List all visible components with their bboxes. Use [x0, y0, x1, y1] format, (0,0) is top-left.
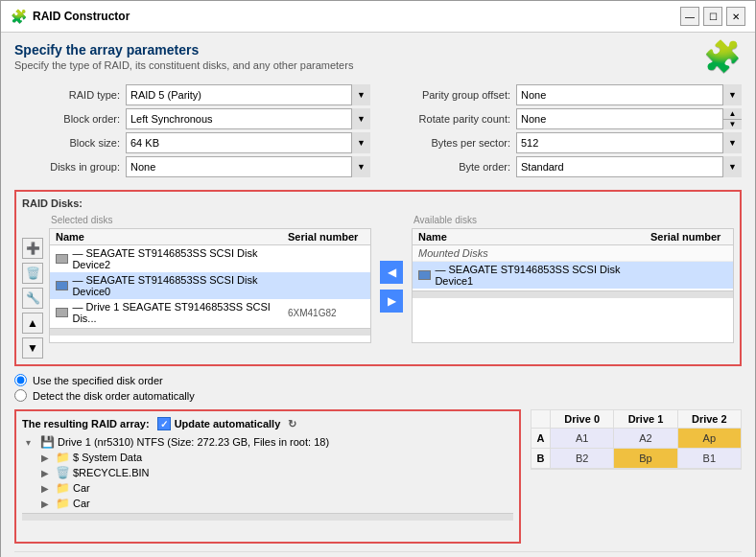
available-disk-name-0: — SEAGATE ST9146853SS SCSI Disk Device1 [418, 264, 650, 287]
tree-expand-car-1[interactable]: ▶ [41, 483, 53, 494]
disk-order-label-2[interactable]: Detect the disk order automatically [33, 390, 195, 402]
selected-col-serial: Serial number [288, 231, 365, 243]
raid-type-label: RAID type: [14, 89, 120, 101]
drive-header-empty [532, 410, 551, 428]
drive-cell-a0[interactable]: A1 [551, 429, 614, 448]
disks-in-group-row: Disks in group: None ▼ [14, 156, 370, 177]
add-disk-button[interactable]: ➕ [22, 238, 43, 259]
byte-order-select[interactable]: Standard [516, 156, 742, 177]
available-disks-header: Name Serial number [413, 229, 733, 245]
close-button[interactable]: ✕ [726, 7, 745, 26]
selected-disk-row-2[interactable]: — Drive 1 SEAGATE ST9146853SS SCSI Dis..… [50, 299, 370, 326]
available-col-serial: Serial number [650, 231, 727, 243]
parity-group-offset-label: Parity group offset: [386, 89, 510, 101]
drive-grid-section: Drive 0 Drive 1 Drive 2 A A1 A2 Ap B B [531, 409, 742, 544]
tree-car-1-text: Car [73, 482, 90, 494]
refresh-icon[interactable]: ↻ [288, 418, 296, 430]
header-section: Specify the array parameters Specify the… [14, 42, 742, 75]
bytes-per-sector-select-wrapper: 512 ▼ [516, 132, 742, 153]
disk-order-radio-input-2[interactable] [14, 389, 27, 402]
parity-group-offset-select-wrapper: None ▼ [516, 84, 742, 105]
disk-order-label-1[interactable]: Use the specified disk order [33, 375, 163, 386]
raid-array-title: The resulting RAID array: ✓ Update autom… [22, 417, 513, 430]
recycle-icon: 🗑️ [56, 466, 70, 479]
params-left: RAID type: RAID 5 (Parity) ▼ Block order… [14, 84, 370, 180]
tree-expand-system-data[interactable]: ▶ [41, 453, 53, 463]
disks-in-group-select[interactable]: None [126, 156, 370, 177]
tree-expand-car-2[interactable]: ▶ [41, 499, 53, 509]
tree-car-2-text: Car [73, 498, 90, 509]
bytes-per-sector-select[interactable]: 512 [516, 132, 742, 153]
disks-in-group-label: Disks in group: [14, 161, 120, 173]
block-size-label: Block size: [14, 137, 120, 149]
tree-view: ▾ 💾 Drive 1 (nr5310) NTFS (Size: 272.23 … [22, 434, 513, 511]
tree-expand-drive[interactable]: ▾ [26, 437, 37, 448]
tree-item-car-1[interactable]: ▶ 📁 Car [41, 480, 513, 496]
move-to-available-button[interactable]: ▶ [380, 290, 403, 313]
disk-icon-1 [56, 281, 68, 290]
rotate-parity-count-spinner: ▲ ▼ [516, 108, 742, 129]
remove-disk-button[interactable]: 🗑️ [22, 263, 43, 284]
update-checkbox-label: Update automatically [175, 418, 281, 429]
rotate-parity-count-down[interactable]: ▼ [723, 120, 742, 130]
raid-type-select[interactable]: RAID 5 (Parity) [126, 84, 370, 105]
selected-disk-row-0[interactable]: — SEAGATE ST9146853SS SCSI Disk Device2 [50, 245, 370, 272]
move-down-button[interactable]: ▼ [22, 337, 43, 359]
byte-order-row: Byte order: Standard ▼ [386, 156, 742, 177]
disk-controls: ➕ 🗑️ 🔧 ▲ ▼ [22, 215, 43, 359]
update-checkbox-icon: ✓ [157, 417, 171, 430]
footer-buttons: Help Back Add Cancel [14, 551, 742, 557]
title-bar: 🧩 RAID Constructor — ☐ ✕ [1, 1, 755, 33]
disks-section-title: RAID Disks: [22, 197, 734, 209]
selected-disks-scrollbar[interactable] [50, 328, 370, 336]
selected-disk-row-1[interactable]: — SEAGATE ST9146853SS SCSI Disk Device0 [50, 272, 370, 299]
block-order-select[interactable]: Left Synchronous [126, 108, 370, 129]
window-title: RAID Constructor [33, 10, 130, 23]
drive-cell-a2[interactable]: Ap [678, 429, 741, 448]
available-disks-scrollbar[interactable] [413, 290, 733, 298]
rotate-parity-count-input[interactable] [516, 108, 742, 129]
arrow-section: ◀ ▶ [377, 215, 406, 359]
tree-item-recycle[interactable]: ▶ 🗑️ $RECYCLE.BIN [41, 465, 513, 480]
tree-expand-recycle[interactable]: ▶ [41, 468, 53, 478]
minimize-button[interactable]: — [680, 7, 699, 26]
tree-scrollbar[interactable] [22, 513, 513, 521]
edit-disk-button[interactable]: 🔧 [22, 288, 43, 309]
header-title: Specify the array parameters [14, 42, 353, 58]
move-up-button[interactable]: ▲ [22, 313, 43, 334]
disk-icon-2 [56, 308, 68, 317]
header-subtitle: Specify the type of RAID, its constituen… [14, 59, 353, 71]
disks-layout: ➕ 🗑️ 🔧 ▲ ▼ Selected disks Name Serial nu… [22, 215, 734, 359]
available-disk-row-0[interactable]: — SEAGATE ST9146853SS SCSI Disk Device1 [413, 262, 733, 289]
selected-disks-panel: Selected disks Name Serial number — SEAG… [49, 215, 371, 359]
selected-disks-subtitle: Selected disks [49, 215, 371, 225]
drive-cell-b2[interactable]: B1 [678, 449, 741, 468]
block-size-select[interactable]: 64 KB [126, 132, 370, 153]
raid-type-row: RAID type: RAID 5 (Parity) ▼ [14, 84, 370, 105]
tree-children: ▶ 📁 $ System Data ▶ 🗑️ $RECYCLE.BIN ▶ 📁 [26, 450, 513, 511]
params-container: RAID type: RAID 5 (Parity) ▼ Block order… [14, 84, 742, 180]
parity-group-offset-select[interactable]: None [516, 84, 742, 105]
tree-drive-text: Drive 1 (nr5310) NTFS (Size: 272.23 GB, … [58, 436, 329, 448]
block-order-row: Block order: Left Synchronous ▼ [14, 108, 370, 129]
tree-item-drive[interactable]: ▾ 💾 Drive 1 (nr5310) NTFS (Size: 272.23 … [26, 434, 513, 450]
drive-col-header-2: Drive 2 [678, 410, 741, 428]
move-to-selected-button[interactable]: ◀ [380, 261, 403, 284]
available-disk-icon-0 [418, 270, 431, 280]
selected-disk-serial-2: 6XM41G82 [288, 308, 365, 318]
disk-order-section: Use the specified disk order Detect the … [14, 374, 742, 402]
drive-grid-header: Drive 0 Drive 1 Drive 2 [532, 410, 741, 429]
drive-cell-a1[interactable]: A2 [614, 429, 677, 448]
raid-array-title-text: The resulting RAID array: [22, 418, 150, 429]
maximize-button[interactable]: ☐ [703, 7, 722, 26]
tree-item-car-2[interactable]: ▶ 📁 Car [41, 496, 513, 511]
disk-order-radio-input-1[interactable] [14, 374, 27, 386]
selected-disk-name-1: — SEAGATE ST9146853SS SCSI Disk Device0 [56, 274, 288, 297]
update-checkbox[interactable]: ✓ Update automatically [157, 417, 281, 430]
selected-disks-table: Name Serial number — SEAGATE ST9146853SS… [49, 228, 371, 343]
drive-cell-b0[interactable]: B2 [551, 449, 614, 468]
drive-row-b: B B2 Bp B1 [532, 449, 741, 469]
rotate-parity-count-up[interactable]: ▲ [723, 108, 742, 120]
drive-cell-b1[interactable]: Bp [614, 449, 677, 468]
tree-item-system-data[interactable]: ▶ 📁 $ System Data [41, 450, 513, 465]
